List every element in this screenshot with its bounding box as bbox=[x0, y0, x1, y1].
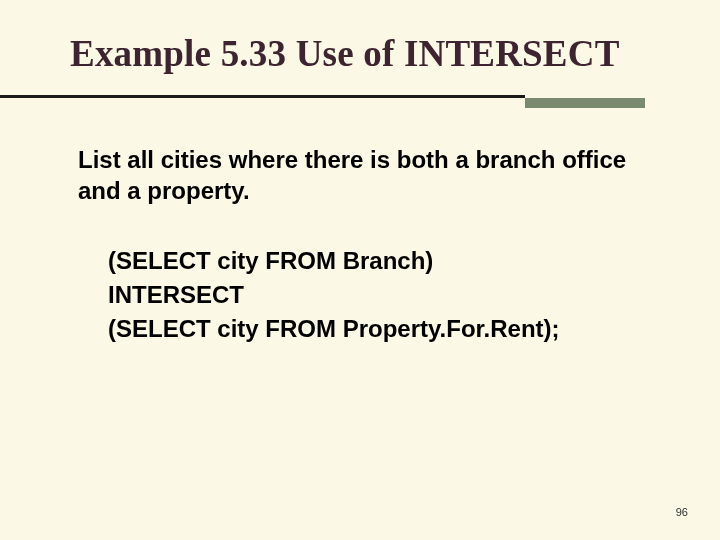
slide-title: Example 5.33 Use of INTERSECT bbox=[70, 32, 680, 75]
sql-block: (SELECT city FROM Branch) INTERSECT (SEL… bbox=[108, 244, 660, 346]
slide: Example 5.33 Use of INTERSECT List all c… bbox=[0, 0, 720, 540]
sql-line-1: (SELECT city FROM Branch) bbox=[108, 244, 660, 278]
page-number: 96 bbox=[676, 506, 688, 518]
sql-line-2: INTERSECT bbox=[108, 278, 660, 312]
body-text: List all cities where there is both a br… bbox=[78, 145, 650, 206]
title-underline-accent bbox=[525, 98, 645, 108]
title-underline bbox=[0, 95, 525, 98]
sql-line-3: (SELECT city FROM Property.For.Rent); bbox=[108, 312, 660, 346]
